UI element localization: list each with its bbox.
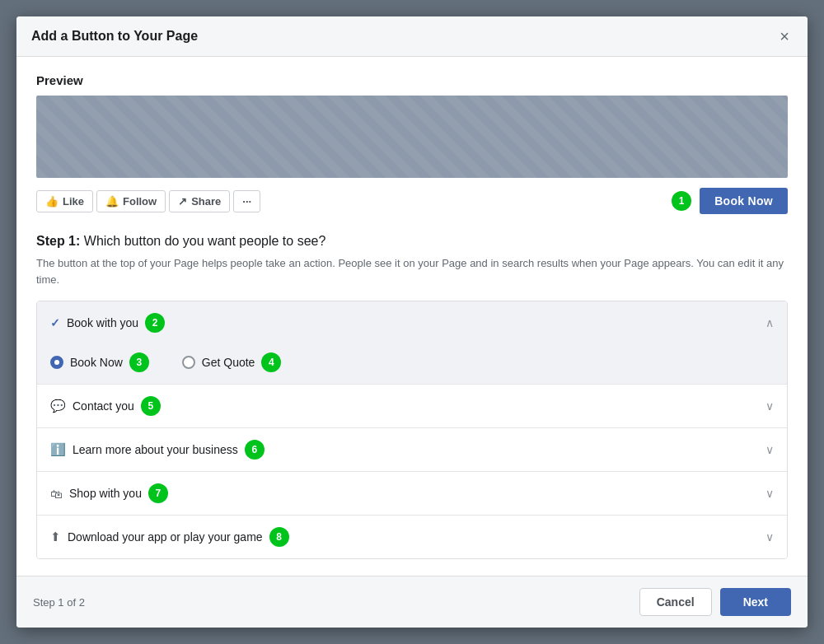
modal-footer: Step 1 of 2 Cancel Next: [16, 576, 808, 628]
sub-option-get-quote[interactable]: Get Quote 4: [182, 352, 282, 372]
step-description: The button at the top of your Page helps…: [36, 255, 788, 287]
share-button[interactable]: ↗ Share: [169, 190, 230, 212]
option-download-app: ⬆ Download your app or play your game 8 …: [37, 516, 787, 558]
like-icon: 👍: [45, 195, 59, 208]
more-button[interactable]: ···: [233, 190, 260, 212]
badge-7: 7: [148, 483, 168, 503]
step-indicator: Step 1 of 2: [33, 596, 85, 609]
option-shop-with-you-header[interactable]: 🛍 Shop with you 7 ∨: [37, 472, 787, 515]
option-book-with-you-label: Book with you: [67, 316, 138, 329]
chevron-down-icon-shop: ∨: [765, 487, 774, 500]
sub-option-book-now[interactable]: Book Now 3: [50, 352, 149, 372]
download-icon: ⬆: [50, 530, 61, 544]
badge-6: 6: [245, 440, 265, 460]
cancel-button[interactable]: Cancel: [639, 588, 712, 616]
preview-banner: [36, 96, 788, 178]
step-number: Step 1:: [36, 234, 80, 248]
option-shop-with-you: 🛍 Shop with you 7 ∨: [37, 472, 787, 516]
chevron-up-icon: ∧: [765, 316, 774, 329]
option-shop-with-you-label: Shop with you: [69, 487, 142, 500]
radio-book-now-selected: [50, 356, 63, 369]
option-download-app-header[interactable]: ⬆ Download your app or play your game 8 …: [37, 516, 787, 558]
modal-header: Add a Button to Your Page ×: [16, 16, 808, 57]
radio-get-quote-empty: [182, 356, 195, 369]
contact-icon: 💬: [50, 399, 66, 413]
footer-buttons: Cancel Next: [639, 588, 791, 616]
badge-1: 1: [672, 191, 691, 211]
shop-icon: 🛍: [50, 487, 63, 501]
book-now-wrap: 1 Book Now: [672, 188, 788, 214]
option-book-with-you-expanded: Book Now 3 Get Quote 4: [37, 344, 787, 384]
follow-button[interactable]: 🔔 Follow: [96, 190, 166, 212]
share-icon: ↗: [178, 195, 187, 208]
option-contact-you: 💬 Contact you 5 ∨: [37, 385, 787, 428]
preview-actions: 👍 Like 🔔 Follow ↗ Share ··· 1 Book Now: [36, 188, 788, 214]
chevron-down-icon-contact: ∨: [765, 399, 774, 413]
chevron-down-icon-download: ∨: [765, 530, 774, 544]
badge-8: 8: [269, 527, 289, 547]
follow-icon: 🔔: [105, 195, 119, 208]
like-label: Like: [63, 195, 84, 208]
like-button[interactable]: 👍 Like: [36, 190, 93, 212]
preview-left-buttons: 👍 Like 🔔 Follow ↗ Share ···: [36, 190, 260, 212]
option-learn-more-label: Learn more about your business: [73, 443, 238, 456]
share-label: Share: [191, 195, 221, 208]
option-download-app-label: Download your app or play your game: [68, 530, 263, 544]
add-button-modal: Add a Button to Your Page × Preview 👍 Li…: [16, 16, 808, 628]
option-contact-you-label: Contact you: [73, 399, 134, 413]
badge-4: 4: [261, 352, 281, 372]
more-label: ···: [242, 195, 251, 208]
option-book-with-you-header[interactable]: ✓ Book with you 2 ∧: [37, 301, 787, 344]
modal-body: Preview 👍 Like 🔔 Follow ↗ Share ···: [16, 57, 808, 576]
modal-title: Add a Button to Your Page: [31, 29, 198, 44]
chevron-down-icon-learn: ∨: [765, 443, 774, 456]
sub-option-book-now-label: Book Now: [70, 356, 123, 369]
options-list: ✓ Book with you 2 ∧ Book Now 3: [36, 301, 788, 559]
check-icon: ✓: [50, 316, 60, 329]
badge-3: 3: [129, 352, 149, 372]
next-button[interactable]: Next: [720, 588, 791, 616]
close-button[interactable]: ×: [776, 28, 793, 44]
badge-2: 2: [145, 313, 165, 333]
option-learn-more: ℹ️ Learn more about your business 6 ∨: [37, 428, 787, 472]
book-now-preview-button[interactable]: Book Now: [700, 188, 788, 214]
option-book-with-you: ✓ Book with you 2 ∧ Book Now 3: [37, 301, 787, 385]
follow-label: Follow: [123, 195, 157, 208]
sub-option-get-quote-label: Get Quote: [202, 356, 255, 369]
step-title: Step 1: Which button do you want people …: [36, 234, 788, 249]
option-contact-you-header[interactable]: 💬 Contact you 5 ∨: [37, 385, 787, 427]
preview-label: Preview: [36, 73, 788, 87]
badge-5: 5: [141, 396, 161, 416]
step-question: Which button do you want people to see?: [84, 234, 326, 248]
info-icon: ℹ️: [50, 442, 66, 457]
option-learn-more-header[interactable]: ℹ️ Learn more about your business 6 ∨: [37, 428, 787, 471]
